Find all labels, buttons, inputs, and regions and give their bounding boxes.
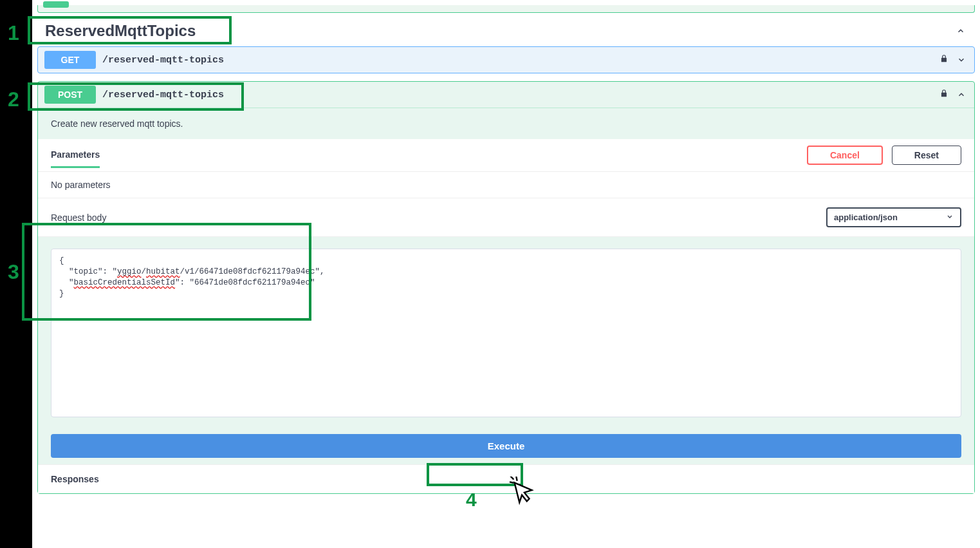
request-body-label: Request body [51, 213, 106, 223]
svg-line-0 [511, 477, 513, 479]
execute-button[interactable]: Execute [51, 434, 961, 458]
operation-get-path: /reserved-mqtt-topics [102, 55, 939, 66]
request-body-bar: Request body application/json [38, 198, 974, 237]
annotation-number-2: 2 [8, 88, 19, 111]
no-parameters-text: No parameters [38, 171, 974, 198]
annotation-number-3: 3 [8, 260, 19, 284]
content-type-select[interactable]: application/json [826, 207, 961, 227]
parameters-label: Parameters [51, 149, 100, 168]
method-badge-get: GET [44, 51, 96, 69]
chevron-down-icon [955, 53, 968, 66]
method-badge-post: POST [44, 86, 96, 104]
svg-line-2 [510, 482, 513, 483]
cursor-click-icon [508, 477, 538, 506]
svg-line-1 [516, 477, 517, 480]
operation-get-row[interactable]: GET /reserved-mqtt-topics [37, 46, 975, 73]
annotation-sidebar: 1 2 3 [0, 0, 32, 548]
reset-button[interactable]: Reset [892, 146, 961, 165]
section-title: ReservedMqttTopics [45, 22, 196, 40]
content-type-value: application/json [834, 213, 898, 222]
operation-post: POST /reserved-mqtt-topics Create new re… [37, 81, 975, 494]
responses-label: Responses [38, 464, 974, 493]
operation-description: Create new reserved mqtt topics. [38, 108, 974, 139]
cancel-button[interactable]: Cancel [807, 146, 883, 165]
annotation-number-4: 4 [466, 489, 477, 511]
chevron-down-icon [946, 213, 954, 222]
operation-post-path: /reserved-mqtt-topics [102, 90, 224, 100]
annotation-number-1: 1 [8, 21, 19, 45]
chevron-up-icon [955, 88, 968, 101]
previous-section-sliver [37, 5, 975, 13]
lock-icon[interactable] [939, 88, 948, 101]
operation-post-header[interactable]: POST /reserved-mqtt-topics [38, 82, 974, 108]
lock-icon[interactable] [939, 53, 948, 66]
section-header[interactable]: ReservedMqttTopics [37, 18, 975, 46]
parameters-bar: Parameters Cancel Reset [38, 139, 974, 171]
request-body-editor-wrap: { "topic": "yggio/hubitat/v1/66471de08fd… [38, 237, 974, 420]
chevron-up-icon [954, 24, 967, 37]
request-body-editor[interactable]: { "topic": "yggio/hubitat/v1/66471de08fd… [51, 249, 961, 417]
